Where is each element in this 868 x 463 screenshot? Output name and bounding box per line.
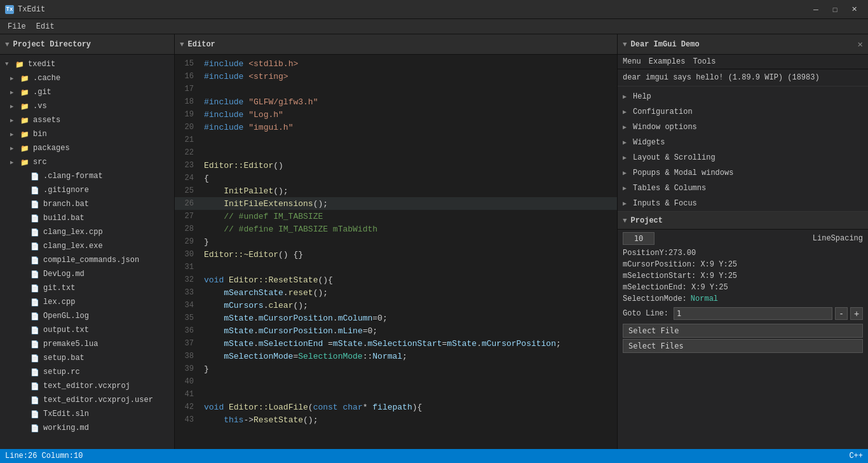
code-line-16[interactable]: 16#include <string>: [175, 70, 617, 83]
right-content: ▶ Help ▶ Configuration ▶ Window options …: [618, 86, 868, 449]
menu-edit[interactable]: Edit: [31, 21, 60, 32]
section-inputs-focus[interactable]: ▶ Inputs & Focus: [618, 196, 868, 211]
tree-item-clang-format[interactable]: 📄 .clang-format: [0, 169, 174, 183]
code-line-21[interactable]: 21: [175, 134, 617, 146]
tree-item-gitignore[interactable]: 📄 .gitignore: [0, 183, 174, 197]
code-line-32[interactable]: 32void Editor::ResetState(){: [175, 273, 617, 286]
section-window-options[interactable]: ▶ Window options: [618, 120, 868, 135]
select-files-button[interactable]: Select Files: [623, 339, 863, 353]
code-content-22: [201, 148, 209, 158]
code-line-35[interactable]: 35 mState.mCursorPosition.mColumn=0;: [175, 312, 617, 324]
menu-file[interactable]: File: [3, 21, 31, 32]
project-arrow-icon: ▼: [623, 217, 627, 225]
tree-item-output-txt[interactable]: 📄 output.txt: [0, 323, 174, 337]
section-help[interactable]: ▶ Help: [618, 89, 868, 104]
code-line-25[interactable]: 25 InitPallet();: [175, 184, 617, 197]
right-menu-menu[interactable]: Menu: [623, 57, 641, 66]
tree-item-clang-lex-cpp[interactable]: 📄 clang_lex.cpp: [0, 225, 174, 239]
tree-item-git-txt[interactable]: 📄 git.txt: [0, 281, 174, 295]
code-line-22[interactable]: 22: [175, 146, 617, 159]
tree-item-setup-bat[interactable]: 📄 setup.bat: [0, 351, 174, 365]
code-line-36[interactable]: 36 mState.mCursorPosition.mLine=0;: [175, 324, 617, 337]
tree-item-packages[interactable]: ▶ 📁 packages: [0, 141, 174, 155]
right-menu-tools[interactable]: Tools: [693, 57, 715, 66]
code-line-38[interactable]: 38 mSelectionMode=SelectionMode::Normal;: [175, 350, 617, 363]
section-layout-scrolling[interactable]: ▶ Layout & Scrolling: [618, 150, 868, 165]
tree-item-compile-commands[interactable]: 📄 compile_commands.json: [0, 253, 174, 267]
goto-plus-button[interactable]: +: [850, 307, 863, 320]
code-line-43[interactable]: 43 this->ResetState();: [175, 413, 617, 426]
code-line-41[interactable]: 41: [175, 388, 617, 401]
code-line-30[interactable]: 30Editor::~Editor() {}: [175, 248, 617, 261]
sidebar-filter-icon[interactable]: ▼: [5, 41, 10, 48]
file-icon-clang-lex-exe: 📄: [31, 242, 41, 251]
code-line-18[interactable]: 18#include "GLFW/glfw3.h": [175, 95, 617, 108]
tree-item-bin[interactable]: ▶ 📁 bin: [0, 127, 174, 141]
goto-minus-button[interactable]: -: [835, 307, 848, 320]
right-menu-examples[interactable]: Examples: [649, 57, 686, 66]
right-close-button[interactable]: ✕: [858, 39, 863, 50]
tree-item-vcxproj[interactable]: 📄 text_editor.vcxproj: [0, 379, 174, 393]
tree-item-cache[interactable]: ▶ 📁 .cache: [0, 71, 174, 85]
code-line-37[interactable]: 37 mState.mSelectionEnd =mState.mSelecti…: [175, 337, 617, 350]
tree-item-txedit-sln[interactable]: 📄 TxEdit.sln: [0, 407, 174, 421]
code-line-31[interactable]: 31: [175, 261, 617, 273]
section-popups-modal[interactable]: ▶ Popups & Modal windows: [618, 165, 868, 181]
token-fn: Editor::ResetState: [224, 275, 318, 285]
tree-item-vcxproj-user[interactable]: 📄 text_editor.vcxproj.user: [0, 393, 174, 407]
code-line-15[interactable]: 15#include <stdlib.h>: [175, 57, 617, 70]
code-line-27[interactable]: 27 // #undef IM_TABSIZE: [175, 210, 617, 223]
code-line-40[interactable]: 40: [175, 375, 617, 388]
tree-item-assets[interactable]: ▶ 📁 assets: [0, 113, 174, 127]
token-var: mState: [204, 339, 254, 349]
code-line-26[interactable]: 26 InitFileExtensions();: [175, 197, 617, 210]
tree-item-src[interactable]: ▶ 📁 src: [0, 155, 174, 169]
code-line-28[interactable]: 28 // #define IM_TABSIZE mTabWidth: [175, 223, 617, 235]
select-file-button[interactable]: Select File: [623, 324, 863, 338]
token-str: "Log.h": [243, 110, 283, 120]
editor-filter-icon[interactable]: ▼: [180, 41, 184, 48]
section-widgets[interactable]: ▶ Widgets: [618, 135, 868, 150]
project-header[interactable]: ▼ Project: [618, 212, 868, 230]
tree-item-opengl-log[interactable]: 📄 OpenGL.log: [0, 309, 174, 323]
token-var: mColumn: [338, 314, 373, 323]
project-title: Project: [631, 216, 663, 225]
tree-item-devlog[interactable]: 📄 DevLog.md: [0, 267, 174, 281]
maximize-button[interactable]: □: [826, 3, 844, 17]
linespacing-input[interactable]: [623, 232, 654, 245]
code-line-17[interactable]: 17: [175, 83, 617, 95]
code-line-20[interactable]: 20#include "imgui.h": [175, 121, 617, 134]
code-line-19[interactable]: 19#include "Log.h": [175, 108, 617, 121]
tree-item-txedit[interactable]: ▼ 📁 txedit: [0, 57, 174, 71]
code-line-23[interactable]: 23Editor::Editor(): [175, 159, 617, 172]
close-button[interactable]: ✕: [845, 3, 863, 17]
tree-item-premake5-lua[interactable]: 📄 premake5.lua: [0, 337, 174, 351]
tree-item-lex-cpp[interactable]: 📄 lex.cpp: [0, 295, 174, 309]
token-fn: InitFileExtensions: [204, 199, 313, 209]
tree-item-working-md[interactable]: 📄 working.md: [0, 421, 174, 435]
token-op: .: [477, 339, 482, 349]
goto-line-input[interactable]: [674, 307, 832, 320]
code-line-24[interactable]: 24{: [175, 172, 617, 184]
code-view[interactable]: 15#include <stdlib.h>16#include <string>…: [175, 55, 617, 449]
tree-item-vs[interactable]: ▶ 📁 .vs: [0, 99, 174, 113]
tree-item-git[interactable]: ▶ 📁 .git: [0, 85, 174, 99]
right-filter-icon[interactable]: ▼: [623, 41, 627, 48]
file-icon-branch-bat: 📄: [31, 200, 41, 209]
code-line-39[interactable]: 39}: [175, 363, 617, 375]
titlebar-controls: ─ □ ✕: [807, 3, 863, 17]
tree-label-clang-lex-exe: clang_lex.exe: [43, 242, 103, 251]
line-number-36: 36: [175, 326, 201, 335]
tree-item-clang-lex-exe[interactable]: 📄 clang_lex.exe: [0, 239, 174, 253]
tree-item-build-bat[interactable]: 📄 build.bat: [0, 211, 174, 225]
tree-item-setup-rc[interactable]: 📄 setup.rc: [0, 365, 174, 379]
minimize-button[interactable]: ─: [807, 3, 825, 17]
imgui-greeting: dear imgui says hello! (1.89.9 WIP) (189…: [618, 69, 868, 86]
code-line-29[interactable]: 29}: [175, 235, 617, 248]
code-line-42[interactable]: 42void Editor::LoadFile(const char* file…: [175, 401, 617, 413]
code-line-33[interactable]: 33 mSearchState.reset();: [175, 286, 617, 299]
section-configuration[interactable]: ▶ Configuration: [618, 104, 868, 120]
code-line-34[interactable]: 34 mCursors.clear();: [175, 299, 617, 312]
section-tables-columns[interactable]: ▶ Tables & Columns: [618, 181, 868, 196]
tree-item-branch-bat[interactable]: 📄 branch.bat: [0, 197, 174, 211]
